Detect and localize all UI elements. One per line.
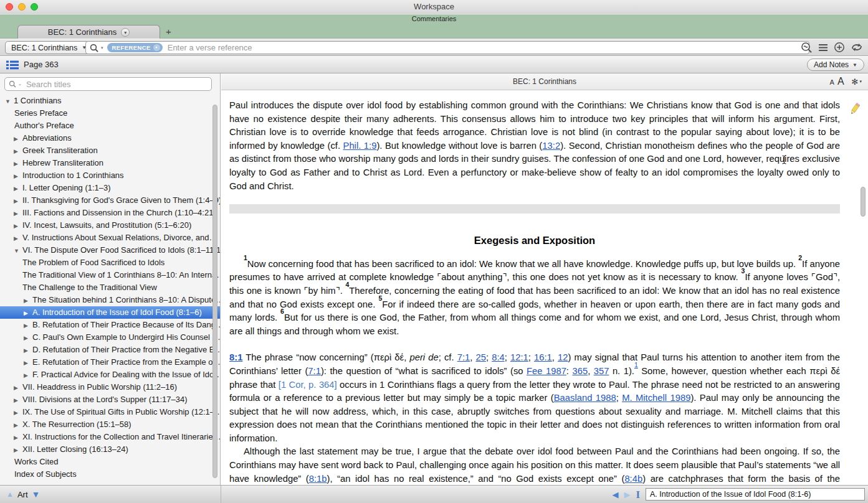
sidebar-item[interactable]: Works Cited bbox=[0, 456, 220, 468]
reference-link[interactable]: 7:1 bbox=[308, 366, 321, 376]
go-to-article-field[interactable] bbox=[646, 488, 865, 501]
next-article-button[interactable]: ▶ bbox=[624, 490, 630, 499]
display-settings-icon[interactable] bbox=[818, 43, 828, 52]
disclosure-triangle-icon[interactable]: ▶ bbox=[24, 319, 32, 331]
disclosure-triangle-icon[interactable]: ▶ bbox=[14, 182, 22, 194]
increase-font-button[interactable]: A bbox=[837, 77, 844, 87]
disclosure-triangle-icon[interactable]: ▶ bbox=[14, 232, 22, 244]
module-selector-button[interactable]: BEC: 1 Corinthians ▼ bbox=[5, 41, 93, 54]
reference-link[interactable]: 12:1 bbox=[510, 352, 528, 362]
go-to-location-icon[interactable]: I bbox=[636, 489, 640, 500]
disclosure-triangle-icon[interactable]: ▶ bbox=[14, 195, 22, 207]
art-collapse-button[interactable]: ▲ bbox=[6, 490, 14, 499]
disclosure-triangle-icon[interactable]: ▶ bbox=[14, 220, 22, 232]
disclosure-triangle-icon[interactable]: ▶ bbox=[14, 407, 22, 418]
disclosure-triangle-icon[interactable]: ▶ bbox=[14, 157, 22, 169]
collapsed-section-bar[interactable] bbox=[229, 204, 840, 214]
reference-link[interactable]: Phil. 1:9 bbox=[343, 141, 377, 151]
add-notes-button[interactable]: Add Notes ▼ bbox=[807, 59, 864, 71]
disclosure-triangle-icon[interactable]: ▶ bbox=[14, 207, 22, 219]
sidebar-item[interactable]: ▶III. Factions and Dissension in the Chu… bbox=[0, 207, 220, 219]
disclosure-triangle-icon[interactable]: ▶ bbox=[14, 133, 22, 144]
reference-link[interactable]: 8:1b bbox=[309, 474, 327, 484]
sidebar-item[interactable]: The Problem of Food Sacrificed to Idols bbox=[0, 256, 220, 269]
reference-link[interactable]: 8:4b bbox=[624, 474, 642, 484]
reference-link[interactable]: Baasland 1988 bbox=[554, 393, 616, 403]
reference-link[interactable]: 25 bbox=[475, 352, 485, 362]
disclosure-triangle-icon[interactable]: ▶ bbox=[14, 431, 22, 443]
disclosure-triangle-icon[interactable]: ▶ bbox=[14, 145, 22, 157]
sidebar-item[interactable]: ▶V. Instructions About Sexual Relations,… bbox=[0, 232, 220, 244]
sidebar-item[interactable]: Index of Subjects bbox=[0, 468, 220, 481]
footnote-link[interactable]: 1 bbox=[634, 361, 638, 369]
titles-search-box[interactable]: ⌄ bbox=[4, 77, 212, 91]
decrease-font-button[interactable]: A bbox=[830, 78, 834, 87]
disclosure-triangle-icon[interactable]: ▶ bbox=[14, 170, 22, 182]
tab-bec-1corinthians[interactable]: BEC: 1 Corinthians ▾ bbox=[17, 25, 160, 39]
disclosure-triangle-icon[interactable]: ▶ bbox=[24, 294, 32, 306]
reference-link[interactable]: 16:1 bbox=[534, 352, 552, 362]
disclosure-triangle-icon[interactable]: ▼ bbox=[5, 95, 14, 107]
sidebar-item[interactable]: Series Preface bbox=[0, 107, 220, 120]
sidebar-item[interactable]: ▶II. Thanksgiving for God's Grace Given … bbox=[0, 194, 220, 207]
pane-action-menu[interactable]: ✻ ▾ bbox=[852, 77, 862, 87]
previous-article-button[interactable]: ◀ bbox=[612, 490, 618, 499]
sidebar-item[interactable]: ▼1 Corinthians bbox=[0, 95, 220, 107]
disclosure-triangle-icon[interactable]: ▶ bbox=[24, 344, 32, 356]
art-expand-button[interactable]: ▼ bbox=[32, 489, 41, 499]
disclosure-triangle-icon[interactable]: ▼ bbox=[14, 245, 22, 256]
reference-link[interactable]: 13:2 bbox=[542, 141, 560, 151]
add-pane-icon[interactable] bbox=[834, 42, 845, 53]
disclosure-triangle-icon[interactable]: ▶ bbox=[14, 444, 22, 456]
compare-texts-icon[interactable] bbox=[851, 42, 863, 53]
search-scope-chevron-icon[interactable]: ▾ bbox=[101, 45, 103, 50]
sidebar-item[interactable]: ▶X. The Resurrection (15:1–58) bbox=[0, 418, 220, 431]
disclosure-triangle-icon[interactable]: ▶ bbox=[14, 394, 22, 406]
sidebar-item[interactable]: ▶D. Refutation of Their Practice from th… bbox=[0, 344, 220, 356]
reference-link[interactable]: 7:1 bbox=[457, 352, 470, 362]
sidebar-item-selected[interactable]: ▶A. Introduction of the Issue of Idol Fo… bbox=[0, 306, 220, 319]
sidebar-item[interactable]: ▶IV. Incest, Lawsuits, and Prostitution … bbox=[0, 219, 220, 232]
details-zoom-icon[interactable] bbox=[801, 42, 813, 53]
sidebar-item[interactable]: The Challenge to the Traditional View bbox=[0, 281, 220, 294]
reference-link[interactable]: 12 bbox=[558, 352, 568, 362]
sidebar-item[interactable]: ▶Abbreviations bbox=[0, 132, 220, 144]
sidebar-item[interactable]: ▶I. Letter Opening (1:1–3) bbox=[0, 182, 220, 194]
sidebar-item[interactable]: ▶E. Refutation of Their Practice from th… bbox=[0, 356, 220, 369]
token-dropdown-icon[interactable]: ▾ bbox=[153, 44, 160, 51]
sidebar-item[interactable]: ▶VIII. Divisions at the Lord's Supper (1… bbox=[0, 393, 220, 406]
page-break-marker[interactable]: [1 Cor, p. 364] bbox=[279, 380, 337, 390]
sidebar-item[interactable]: The Traditional View of 1 Corinthians 8–… bbox=[0, 269, 220, 281]
reference-link[interactable]: 8:1 bbox=[229, 352, 242, 362]
sidebar-item[interactable]: ▶Introduction to 1 Corinthians bbox=[0, 169, 220, 182]
new-tab-button[interactable]: + bbox=[166, 25, 171, 39]
reference-link[interactable]: 357 bbox=[594, 366, 609, 376]
annotation-pencil-icon[interactable] bbox=[849, 101, 861, 120]
sidebar-item[interactable]: ▼VI. The Dispute Over Food Sacrificed to… bbox=[0, 244, 220, 256]
sidebar-item[interactable]: ▶Hebrew Transliteration bbox=[0, 157, 220, 169]
sidebar-scrollbar-thumb[interactable] bbox=[212, 105, 217, 478]
disclosure-triangle-icon[interactable]: ▶ bbox=[24, 357, 32, 369]
close-button[interactable] bbox=[6, 3, 13, 11]
sidebar-item[interactable]: Author's Preface bbox=[0, 120, 220, 132]
reference-link[interactable]: Fee 1987 bbox=[527, 366, 566, 376]
sidebar-item[interactable]: ▶XI. Instructions for the Collection and… bbox=[0, 431, 220, 443]
sidebar-item[interactable]: ▶The Situation behind 1 Corinthians 8–10… bbox=[0, 294, 220, 306]
reference-link[interactable]: 8:4 bbox=[492, 352, 505, 362]
sidebar-item[interactable]: ▶IX. The Use of Spiritual Gifts in Publi… bbox=[0, 406, 220, 418]
disclosure-triangle-icon[interactable]: ▶ bbox=[24, 307, 32, 319]
sidebar-item[interactable]: ▶Greek Transliteration bbox=[0, 144, 220, 157]
sidebar-item[interactable]: ▶B. Refutation of Their Practice Because… bbox=[0, 319, 220, 331]
disclosure-triangle-icon[interactable]: ▶ bbox=[14, 382, 22, 393]
titles-search-input[interactable] bbox=[25, 79, 207, 90]
outline-browser-icon[interactable] bbox=[6, 60, 19, 72]
sidebar-item[interactable]: ▶F. Practical Advice for Dealing with th… bbox=[0, 369, 220, 381]
disclosure-triangle-icon[interactable]: ▶ bbox=[24, 332, 32, 344]
reference-token[interactable]: REFERENCE ▾ bbox=[107, 43, 163, 52]
sidebar-item[interactable]: ▶C. Paul's Own Example to Undergird His … bbox=[0, 331, 220, 344]
sidebar-item[interactable]: ▶XII. Letter Closing (16:13–24) bbox=[0, 443, 220, 456]
sidebar-item[interactable]: ▶VII. Headdress in Public Worship (11:2–… bbox=[0, 381, 220, 393]
verse-search-field[interactable]: ▾ REFERENCE ▾ Enter a verse reference bbox=[85, 41, 809, 54]
tab-dropdown-button[interactable]: ▾ bbox=[121, 28, 130, 37]
disclosure-triangle-icon[interactable]: ▶ bbox=[14, 419, 22, 431]
